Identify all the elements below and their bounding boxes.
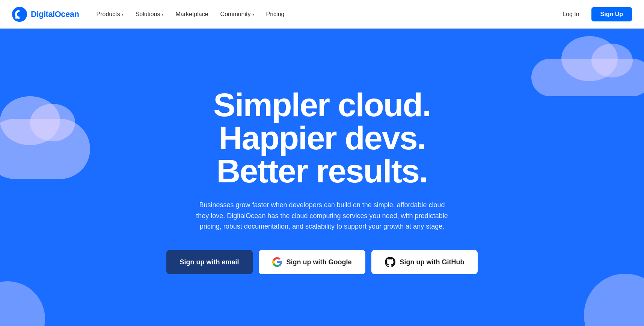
cloud-bottom-left — [0, 281, 45, 326]
nav-label-marketplace: Marketplace — [175, 11, 208, 18]
hero-section: Simpler cloud. Happier devs. Better resu… — [0, 29, 644, 326]
headline-line3: Better results. — [217, 152, 428, 190]
headline-line1: Simpler cloud. — [213, 86, 430, 123]
signup-email-label: Sign up with email — [180, 258, 239, 266]
signup-github-button[interactable]: Sign up with GitHub — [371, 250, 478, 274]
nav-item-community[interactable]: Community ▾ — [215, 8, 259, 21]
signup-google-label: Sign up with Google — [287, 258, 352, 266]
cloud-right-top — [531, 59, 644, 96]
svg-rect-1 — [18, 17, 20, 19]
nav-item-marketplace[interactable]: Marketplace — [170, 8, 213, 21]
signup-google-button[interactable]: Sign up with Google — [259, 250, 365, 274]
signup-github-label: Sign up with GitHub — [400, 258, 465, 266]
nav-item-solutions[interactable]: Solutions ▾ — [130, 8, 169, 21]
github-icon — [385, 257, 395, 267]
nav-item-products[interactable]: Products ▾ — [91, 8, 128, 21]
nav-actions: Log In Sign Up — [557, 7, 632, 21]
nav-label-pricing: Pricing — [266, 11, 285, 18]
svg-rect-2 — [15, 17, 17, 18]
signup-nav-button[interactable]: Sign Up — [591, 7, 632, 21]
chevron-down-icon: ▾ — [161, 12, 163, 17]
logo-icon — [12, 7, 27, 22]
chevron-down-icon: ▾ — [122, 12, 124, 17]
nav-label-solutions: Solutions — [136, 11, 160, 18]
nav-links: Products ▾ Solutions ▾ Marketplace Commu… — [91, 8, 557, 21]
hero-headline: Simpler cloud. Happier devs. Better resu… — [166, 88, 478, 188]
chevron-down-icon: ▾ — [252, 12, 254, 17]
logo-link[interactable]: DigitalOcean — [12, 7, 79, 22]
svg-point-0 — [12, 7, 27, 22]
nav-label-community: Community — [220, 11, 251, 18]
cloud-bottom-right — [584, 274, 644, 326]
nav-item-pricing[interactable]: Pricing — [261, 8, 290, 21]
headline-line2: Happier devs. — [219, 119, 425, 156]
cloud-left — [0, 119, 90, 179]
svg-rect-3 — [15, 15, 17, 17]
nav-label-products: Products — [96, 11, 120, 18]
login-button[interactable]: Log In — [557, 8, 585, 21]
hero-content: Simpler cloud. Happier devs. Better resu… — [166, 88, 478, 274]
google-icon — [272, 257, 282, 267]
navbar: DigitalOcean Products ▾ Solutions ▾ Mark… — [0, 0, 644, 29]
hero-buttons: Sign up with email Sign up with Google S… — [166, 250, 478, 274]
logo-text: DigitalOcean — [31, 9, 79, 19]
hero-subtext: Businesses grow faster when developers c… — [195, 200, 450, 232]
signup-email-button[interactable]: Sign up with email — [166, 250, 253, 274]
